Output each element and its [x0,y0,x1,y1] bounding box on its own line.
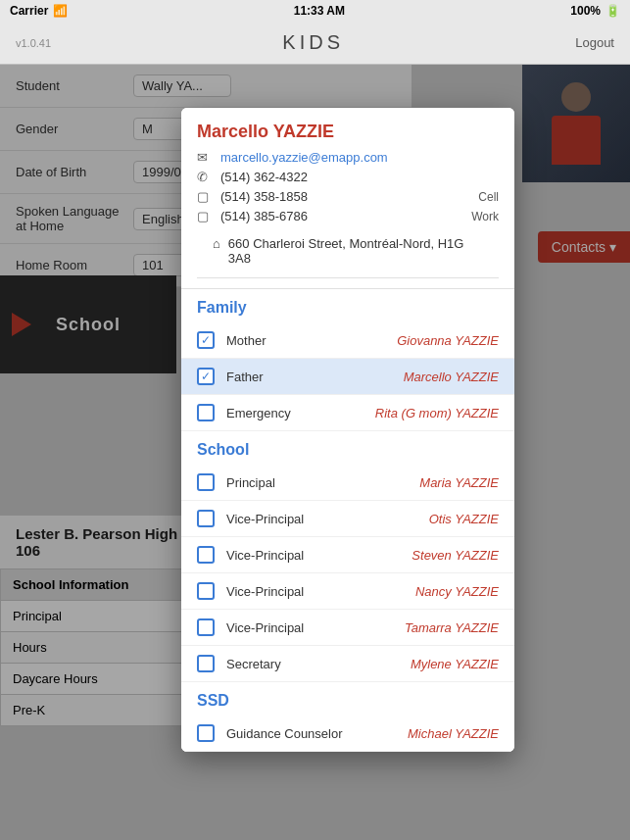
time-display: 11:33 AM [294,4,345,18]
row-checkbox[interactable] [197,582,215,600]
popup-contact-row[interactable]: Vice-PrincipalTamarra YAZZIE [181,610,514,646]
row-label: Guidance Counselor [226,726,408,741]
popup-phone-row-0: ✆ (514) 362-4322 [197,170,499,184]
row-value: Rita (G mom) YAZZIE [375,406,499,420]
popup-section-school: School [181,431,514,465]
row-label: Vice-Principal [226,512,429,526]
row-checkbox[interactable] [197,368,215,385]
row-value: Nancy YAZZIE [415,584,499,599]
nav-bar: v1.0.41 KIDS Logout [0,22,630,65]
row-value: Marcello YAZZIE [404,370,499,384]
row-checkbox[interactable] [197,618,215,636]
carrier-label: Carrier [10,4,48,18]
popup-contact-name: Marcello YAZZIE [197,122,499,142]
row-value: Steven YAZZIE [412,548,499,563]
popup-address-row: ⌂ 660 Charleroi Street, Montréal-Nord, H… [197,228,499,278]
row-label: Principal [226,475,419,490]
phone-icon-2: ▢ [197,209,213,223]
popup-section-ssd: SSD [181,682,514,716]
row-checkbox[interactable] [197,724,215,742]
battery-icon: 🔋 [606,4,620,18]
popup-section-family: Family [181,289,514,322]
popup-email-row: ✉ marcello.yazzie@emapp.com [197,150,499,165]
popup-contact-row[interactable]: Vice-PrincipalSteven YAZZIE [181,537,514,573]
row-label: Vice-Principal [226,548,412,563]
phone-label-2: Work [471,210,499,223]
phone-number-2: (514) 385-6786 [220,209,308,223]
row-value: Michael YAZZIE [408,726,499,741]
row-checkbox[interactable] [197,404,215,421]
row-value: Mylene YAZZIE [411,657,499,671]
row-checkbox[interactable] [197,510,215,527]
row-label: Father [226,370,404,384]
wifi-icon: 📶 [53,4,68,18]
app-version: v1.0.41 [16,37,51,49]
address-icon: ⌂ [213,236,220,251]
phone-number-0: (514) 362-4322 [220,170,308,184]
row-label: Secretary [226,657,411,671]
popup-contact-row[interactable]: PrincipalMaria YAZZIE [181,465,514,501]
popup-contact-row[interactable]: Guidance CounselorMichael YAZZIE [181,716,514,752]
row-value: Maria YAZZIE [419,475,499,490]
phone-label-1: Cell [478,190,499,204]
popup-contact-row[interactable]: MotherGiovanna YAZZIE [181,322,514,359]
status-bar: Carrier 📶 11:33 AM 100% 🔋 [0,0,630,22]
popup-contact-row[interactable]: EmergencyRita (G mom) YAZZIE [181,395,514,431]
phone-number-1: (514) 358-1858 [220,189,308,204]
row-checkbox[interactable] [197,546,215,564]
phone-icon-1: ▢ [197,189,213,204]
phone-icon-0: ✆ [197,170,213,184]
email-icon: ✉ [197,150,213,165]
main-content: Student Wally YA... Gender M Date of Bir… [0,65,630,840]
row-value: Tamarra YAZZIE [405,620,499,635]
popup-card: Marcello YAZZIE ✉ marcello.yazzie@emapp.… [181,108,514,752]
popup-address: 660 Charleroi Street, Montréal-Nord, H1G… [228,236,483,266]
battery-label: 100% [570,4,601,18]
popup-contact-row[interactable]: SecretaryMylene YAZZIE [181,646,514,682]
row-checkbox[interactable] [197,655,215,672]
popup-phone-row-2: ▢ (514) 385-6786 Work [197,209,499,223]
row-label: Vice-Principal [226,620,405,635]
row-value: Otis YAZZIE [429,512,499,526]
popup-contact-row[interactable]: Vice-PrincipalNancy YAZZIE [181,573,514,610]
popup-header: Marcello YAZZIE ✉ marcello.yazzie@emapp.… [181,108,514,289]
app-title: KIDS [282,31,344,54]
row-checkbox[interactable] [197,331,215,349]
popup-contact-row[interactable]: Vice-PrincipalOtis YAZZIE [181,501,514,537]
email-link[interactable]: marcello.yazzie@emapp.com [220,150,388,165]
logout-button[interactable]: Logout [575,35,614,50]
row-label: Emergency [226,406,375,420]
popup-body[interactable]: FamilyMotherGiovanna YAZZIEFatherMarcell… [181,289,514,752]
popup-contact-row[interactable]: FatherMarcello YAZZIE [181,359,514,395]
row-checkbox[interactable] [197,473,215,491]
row-label: Mother [226,333,397,348]
popup-phone-row-1: ▢ (514) 358-1858 Cell [197,189,499,204]
row-label: Vice-Principal [226,584,415,599]
row-value: Giovanna YAZZIE [397,333,499,348]
